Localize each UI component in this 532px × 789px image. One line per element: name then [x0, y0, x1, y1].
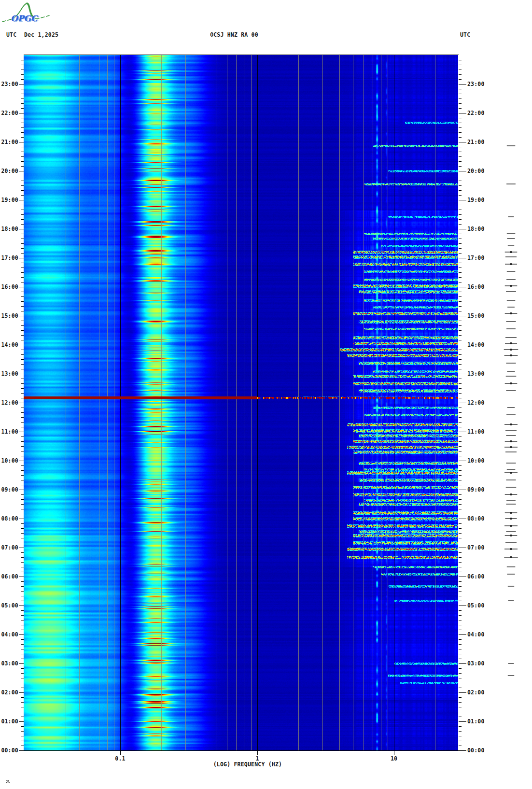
- corner-mark: Jl: [6, 780, 10, 784]
- event-amplitude-trace: [0, 0, 532, 789]
- spectrogram-page: { "header": { "logo_text": "OPGC", "utc_…: [0, 0, 532, 789]
